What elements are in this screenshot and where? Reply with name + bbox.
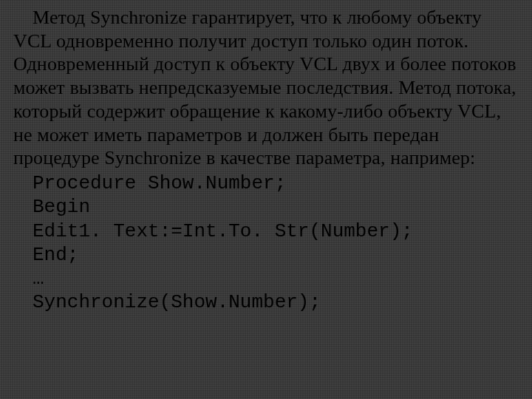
code-line-5: … [13,267,519,290]
code-line-4: End; [13,243,519,267]
paragraph-body: Метод Synchronize гарантирует, что к люб… [13,6,519,170]
code-block: Procedure Show.Number; Begin Edit1. Text… [13,171,519,314]
code-line-6: Synchronize(Show.Number); [13,290,519,314]
code-line-3: Edit1. Text:=Int.To. Str(Number); [13,219,519,243]
slide: Метод Synchronize гарантирует, что к люб… [0,0,532,314]
code-line-2: Begin [13,195,519,219]
code-line-1: Procedure Show.Number; [13,171,519,195]
